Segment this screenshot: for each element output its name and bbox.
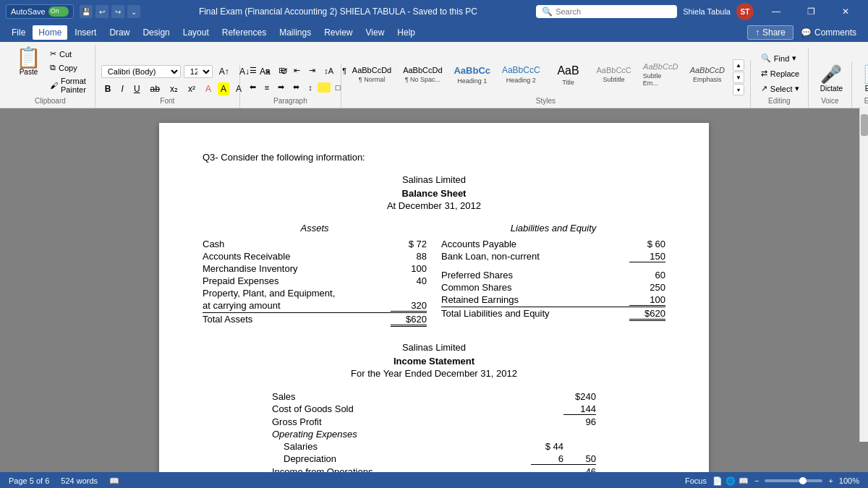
focus-button[interactable]: Focus xyxy=(685,476,707,485)
align-left-button[interactable]: ⬅ xyxy=(246,80,260,94)
style-nospace[interactable]: AaBbCcDd ¶ No Spac... xyxy=(398,63,447,85)
web-view-icon[interactable]: 🌐 xyxy=(726,476,736,486)
customize-icon[interactable]: ⌄ xyxy=(127,5,140,18)
zoom-minus[interactable]: − xyxy=(754,476,759,485)
user-avatar: ST xyxy=(736,3,754,20)
zoom-slider[interactable] xyxy=(765,479,822,482)
clipboard-small: ✂ Cut ⧉ Copy 🖌 Format Painter xyxy=(47,45,89,95)
zoom-plus[interactable]: + xyxy=(828,476,833,485)
menu-design[interactable]: Design xyxy=(137,25,175,40)
comments-button[interactable]: 💬 Comments xyxy=(795,26,862,39)
style-scroll: ▲ ▼ ▾ xyxy=(731,59,744,95)
is-company: Salinas Limited xyxy=(203,342,665,353)
editor-button[interactable]: 📝 Editor xyxy=(858,61,868,95)
italic-button[interactable]: I xyxy=(118,82,127,95)
style-title[interactable]: AaB Title xyxy=(547,61,590,88)
menu-view[interactable]: View xyxy=(360,25,391,40)
bs-row-retained: Retained Earnings 100 xyxy=(441,294,665,307)
select-button[interactable]: ↗ Select ▾ xyxy=(757,82,804,95)
strikethrough-button[interactable]: ab xyxy=(147,82,163,95)
autosave-button[interactable]: AutoSave xyxy=(6,4,74,19)
save-icon[interactable]: 💾 xyxy=(80,5,93,18)
redo-icon[interactable]: ↪ xyxy=(111,5,124,18)
menu-insert[interactable]: Insert xyxy=(69,25,102,40)
highlight-button[interactable]: A xyxy=(218,82,229,95)
style-subtle[interactable]: AaBbCcD Subtle Em... xyxy=(638,59,684,89)
select-chevron: ▾ xyxy=(795,84,799,93)
search-input[interactable] xyxy=(556,7,671,16)
style-heading2[interactable]: AaBbCcC Heading 2 xyxy=(497,62,545,86)
is-row-sales: Sales $240 xyxy=(272,390,596,403)
restore-button[interactable]: ❐ xyxy=(794,0,827,23)
replace-button[interactable]: ⇄ Replace xyxy=(757,67,804,80)
scrollbar-thumb[interactable] xyxy=(861,114,868,136)
style-subtitle[interactable]: AaBbCcC Subtitle xyxy=(592,63,637,85)
font-size-select[interactable]: 12 xyxy=(184,65,213,78)
styles-scroll-up[interactable]: ▲ xyxy=(733,59,744,71)
menu-file[interactable]: File xyxy=(6,25,31,40)
menu-help[interactable]: Help xyxy=(391,25,421,40)
bs-row-total-liabilities: Total Liabilities and Equity $620 xyxy=(441,307,665,322)
menu-references[interactable]: References xyxy=(216,25,272,40)
autosave-toggle[interactable] xyxy=(48,7,69,17)
style-preview-nospace: AaBbCcDd xyxy=(403,65,442,76)
question-text: Q3- Consider the following information: xyxy=(203,152,665,163)
bold-button[interactable]: B xyxy=(101,82,115,95)
undo-icon[interactable]: ↩ xyxy=(95,5,109,18)
format-painter-button[interactable]: 🖌 Format Painter xyxy=(47,75,89,95)
style-heading1[interactable]: AaBbCc Heading 1 xyxy=(448,62,495,87)
print-view-icon[interactable]: 📄 xyxy=(712,476,723,486)
style-preview-emphasis: AaBbCcD xyxy=(690,65,725,76)
numbering-button[interactable]: ≡ xyxy=(262,64,273,77)
decrease-indent-button[interactable]: ⇤ xyxy=(290,64,304,77)
liabilities-header: Liabilities and Equity xyxy=(441,223,665,234)
styles-scroll-down[interactable]: ▼ xyxy=(733,72,744,83)
document-page[interactable]: Q3- Consider the following information: … xyxy=(159,123,709,472)
copy-button[interactable]: ⧉ Copy xyxy=(47,61,89,74)
status-bar: Page 5 of 6 524 words 📖 Focus 📄 🌐 📖 − + … xyxy=(0,472,868,488)
scrollbar-track[interactable] xyxy=(859,108,868,442)
share-button[interactable]: ↑ Share xyxy=(747,25,793,40)
font-color-button[interactable]: A xyxy=(202,82,215,95)
balance-sheet-table: Assets Cash $ 72 Accounts Receivable 88 … xyxy=(203,223,665,328)
search-box[interactable]: 🔍 xyxy=(536,5,677,18)
grow-font-button[interactable]: A↑ xyxy=(216,65,233,78)
style-emphasis[interactable]: AaBbCcD Emphasis xyxy=(685,63,730,85)
sort-button[interactable]: ↕A xyxy=(320,64,337,77)
menu-draw[interactable]: Draw xyxy=(103,25,135,40)
cut-button[interactable]: ✂ Cut xyxy=(47,48,89,60)
bs-row-ppe-amount: at carrying amount 320 xyxy=(203,299,427,312)
paragraph-content: ☰ ≡ ⊞ ⇤ ⇥ ↕A ¶ ⬅ ≡ ➡ ⬌ ↕ □ xyxy=(246,64,335,95)
paste-button[interactable]: 📋 Paste xyxy=(12,45,46,79)
align-center-button[interactable]: ≡ xyxy=(261,81,273,94)
menu-home[interactable]: Home xyxy=(33,25,67,40)
document-area[interactable]: Q3- Consider the following information: … xyxy=(0,108,868,472)
bs-row-ar: Accounts Receivable 88 xyxy=(203,250,427,262)
find-button[interactable]: 🔍 Find ▾ xyxy=(757,51,801,65)
superscript-button[interactable]: x² xyxy=(184,82,199,95)
share-icon: ↑ xyxy=(755,27,760,38)
underline-button[interactable]: U xyxy=(130,82,144,95)
menu-layout[interactable]: Layout xyxy=(177,25,215,40)
cut-icon: ✂ xyxy=(50,49,56,59)
menu-mailings[interactable]: Mailings xyxy=(273,25,317,40)
line-spacing-button[interactable]: ↕ xyxy=(305,81,316,94)
subscript-button[interactable]: x₂ xyxy=(166,82,182,95)
justify-button[interactable]: ⬌ xyxy=(289,80,303,94)
dictate-button[interactable]: 🎤 Dictate xyxy=(814,61,848,95)
increase-indent-button[interactable]: ⇥ xyxy=(305,64,319,77)
align-right-button[interactable]: ➡ xyxy=(274,80,288,94)
style-normal[interactable]: AaBbCcDd ¶ Normal xyxy=(347,63,396,85)
comment-icon: 💬 xyxy=(801,27,812,38)
menu-review[interactable]: Review xyxy=(318,25,358,40)
styles-expand[interactable]: ▾ xyxy=(733,84,744,95)
autosave-label: AutoSave xyxy=(11,7,46,16)
read-view-icon[interactable]: 📖 xyxy=(739,476,749,486)
close-button[interactable]: ✕ xyxy=(829,0,862,23)
multilevel-button[interactable]: ⊞ xyxy=(275,64,289,77)
minimize-button[interactable]: — xyxy=(760,0,793,23)
bullets-button[interactable]: ☰ xyxy=(246,64,260,77)
shading-button[interactable] xyxy=(318,82,331,93)
bs-row-total-assets: Total Assets $620 xyxy=(203,312,427,328)
font-name-select[interactable]: Calibri (Body) xyxy=(101,65,181,78)
